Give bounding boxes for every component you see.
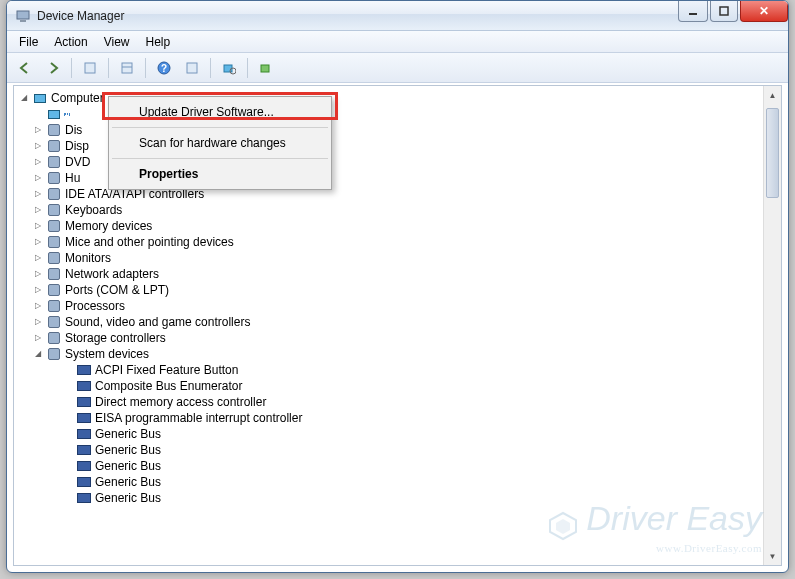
- tree-node[interactable]: ▷Memory devices: [18, 218, 763, 234]
- scroll-up-icon[interactable]: ▲: [764, 86, 781, 104]
- tree-node-label: EISA programmable interrupt controller: [95, 410, 302, 426]
- chip-icon: [76, 459, 92, 473]
- tree-node-label: DVD: [65, 154, 90, 170]
- toolbar-icon-3[interactable]: [180, 56, 204, 80]
- generic-ico-icon: [46, 203, 62, 217]
- tree-node[interactable]: EISA programmable interrupt controller: [18, 410, 763, 426]
- forward-button[interactable]: [41, 56, 65, 80]
- expander-icon[interactable]: ▷: [32, 218, 44, 234]
- tree-node-label: Monitors: [65, 250, 111, 266]
- svg-rect-12: [261, 65, 269, 72]
- tree-node-label: Generic Bus: [95, 442, 161, 458]
- tree-node[interactable]: ▷Processors: [18, 298, 763, 314]
- generic-ico-icon: [46, 315, 62, 329]
- expander-icon[interactable]: ▷: [32, 122, 44, 138]
- toolbar-icon-1[interactable]: [78, 56, 102, 80]
- expander-icon[interactable]: ▷: [32, 234, 44, 250]
- generic-ico-icon: [46, 267, 62, 281]
- tree-node-label: Network adapters: [65, 266, 159, 282]
- scroll-down-icon[interactable]: ▼: [764, 547, 781, 565]
- tree-node[interactable]: ACPI Fixed Feature Button: [18, 362, 763, 378]
- vertical-scrollbar[interactable]: ▲ ▼: [763, 86, 781, 565]
- expander-icon[interactable]: ▷: [32, 202, 44, 218]
- tree-node[interactable]: Generic Bus: [18, 458, 763, 474]
- tree-node[interactable]: ◢System devices: [18, 346, 763, 362]
- app-icon: [15, 8, 31, 24]
- scroll-thumb[interactable]: [766, 108, 779, 198]
- menubar: File Action View Help: [7, 31, 788, 53]
- expander-icon[interactable]: ▷: [32, 266, 44, 282]
- menu-item[interactable]: Scan for hardware changes: [111, 130, 329, 156]
- tree-node[interactable]: Generic Bus: [18, 442, 763, 458]
- chip-icon: [76, 491, 92, 505]
- tree-node-label: Storage controllers: [65, 330, 166, 346]
- expander-icon[interactable]: ▷: [32, 298, 44, 314]
- toolbar-icon-4[interactable]: [254, 56, 278, 80]
- device-manager-window: Device Manager ✕ File Action View Help ?…: [6, 0, 789, 573]
- tree-node[interactable]: ▷Mice and other pointing devices: [18, 234, 763, 250]
- tree-node[interactable]: ▷Sound, video and game controllers: [18, 314, 763, 330]
- generic-ico-icon: [46, 123, 62, 137]
- generic-ico-icon: [46, 235, 62, 249]
- toolbar-separator: [247, 58, 248, 78]
- svg-rect-9: [187, 63, 197, 73]
- generic-ico-icon: [46, 331, 62, 345]
- tree-node-label: Generic Bus: [95, 458, 161, 474]
- generic-ico-icon: [46, 219, 62, 233]
- toolbar-icon-2[interactable]: [115, 56, 139, 80]
- maximize-button[interactable]: [710, 1, 738, 22]
- menu-item[interactable]: Properties: [111, 161, 329, 187]
- generic-ico-icon: [46, 347, 62, 361]
- back-button[interactable]: [13, 56, 37, 80]
- expander-icon[interactable]: ▷: [32, 282, 44, 298]
- scan-hardware-button[interactable]: [217, 56, 241, 80]
- tree-node[interactable]: ▷Network adapters: [18, 266, 763, 282]
- menu-item[interactable]: Update Driver Software...: [111, 99, 329, 125]
- tree-node-label: Disp: [65, 138, 89, 154]
- generic-ico-icon: [46, 283, 62, 297]
- expander-icon[interactable]: ◢: [18, 90, 30, 106]
- tree-node-label: System devices: [65, 346, 149, 362]
- expander-icon[interactable]: ▷: [32, 138, 44, 154]
- svg-rect-1: [20, 20, 26, 22]
- tree-node-label: Generic Bus: [95, 474, 161, 490]
- tree-node-label: Hu: [65, 170, 80, 186]
- tree-node[interactable]: ▷Storage controllers: [18, 330, 763, 346]
- minimize-button[interactable]: [678, 1, 708, 22]
- tree-node[interactable]: ▷Ports (COM & LPT): [18, 282, 763, 298]
- context-menu: Update Driver Software...Scan for hardwa…: [108, 96, 332, 190]
- tree-node-label: Memory devices: [65, 218, 152, 234]
- generic-ico-icon: [46, 171, 62, 185]
- close-button[interactable]: ✕: [740, 1, 788, 22]
- tree-node[interactable]: Generic Bus: [18, 474, 763, 490]
- tree-node-label: ACPI Fixed Feature Button: [95, 362, 238, 378]
- tree-node[interactable]: Direct memory access controller: [18, 394, 763, 410]
- svg-rect-4: [85, 63, 95, 73]
- tree-node-label: Ports (COM & LPT): [65, 282, 169, 298]
- tree-node[interactable]: ▷Keyboards: [18, 202, 763, 218]
- chip-icon: [76, 475, 92, 489]
- tree-node-label: Computer: [51, 90, 104, 106]
- expander-icon[interactable]: ▷: [32, 250, 44, 266]
- menu-help[interactable]: Help: [138, 32, 179, 52]
- expander-icon[interactable]: ▷: [32, 186, 44, 202]
- tree-node[interactable]: ▷Monitors: [18, 250, 763, 266]
- generic-ico-icon: [46, 187, 62, 201]
- expander-icon[interactable]: ▷: [32, 314, 44, 330]
- chip-icon: [76, 379, 92, 393]
- chip-icon: [76, 395, 92, 409]
- titlebar[interactable]: Device Manager ✕: [7, 1, 788, 31]
- menu-file[interactable]: File: [11, 32, 46, 52]
- menu-action[interactable]: Action: [46, 32, 95, 52]
- toolbar-separator: [210, 58, 211, 78]
- expander-icon[interactable]: ▷: [32, 154, 44, 170]
- expander-icon[interactable]: ▷: [32, 170, 44, 186]
- window-title: Device Manager: [37, 9, 124, 23]
- menu-view[interactable]: View: [96, 32, 138, 52]
- tree-node[interactable]: Generic Bus: [18, 426, 763, 442]
- help-button[interactable]: ?: [152, 56, 176, 80]
- tree-node[interactable]: Composite Bus Enumerator: [18, 378, 763, 394]
- expander-icon[interactable]: ◢: [32, 346, 44, 362]
- tree-node[interactable]: Generic Bus: [18, 490, 763, 506]
- expander-icon[interactable]: ▷: [32, 330, 44, 346]
